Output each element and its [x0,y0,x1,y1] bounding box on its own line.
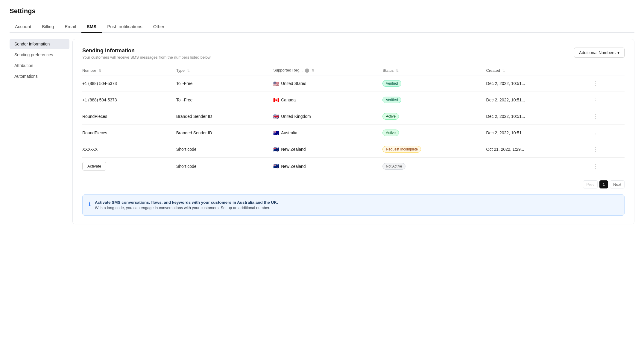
chevron-down-icon: ▾ [617,50,619,55]
cell-number: RoundPieces [82,125,176,141]
activate-button[interactable]: Activate [82,162,106,171]
more-options-button[interactable]: ⋮ [591,162,601,170]
status-badge: Verified [382,97,401,103]
info-banner-text: Activate SMS conversations, flows, and k… [95,200,278,210]
cell-region: 🇦🇺Australia [273,125,382,141]
info-banner: ℹ Activate SMS conversations, flows, and… [82,194,625,216]
cell-created: Dec 2, 2022, 10:51... [486,108,591,125]
cell-type: Short code [176,141,273,158]
cell-region: 🇬🇧United Kingdom [273,108,382,125]
cell-created: Oct 21, 2022, 1:29... [486,141,591,158]
cell-type: Branded Sender ID [176,108,273,125]
more-options-button[interactable]: ⋮ [591,145,601,153]
cell-status: Active [382,108,486,125]
col-status: Status ⇅ [382,66,486,75]
flag-icon: 🇳🇿 [273,163,279,169]
additional-numbers-button[interactable]: Additional Numbers ▾ [574,48,625,58]
col-created: Created ⇅ [486,66,591,75]
top-nav: Account Billing Email SMS Push notificat… [10,21,634,33]
status-badge: Active [382,113,399,120]
cell-number: XXX-XX [82,141,176,158]
flag-icon: 🇳🇿 [273,147,279,152]
current-page-button[interactable]: 1 [599,180,608,188]
nav-email[interactable]: Email [59,21,81,33]
next-page-button[interactable]: Next [610,180,625,188]
cell-status: Request Incomplete [382,141,486,158]
cell-created [486,158,591,175]
flag-icon: 🇬🇧 [273,114,279,119]
col-type: Type ⇅ [176,66,273,75]
more-options-button[interactable]: ⋮ [591,112,601,120]
info-banner-title: Activate SMS conversations, flows, and k… [95,200,278,205]
table-row: RoundPiecesBranded Sender ID🇦🇺AustraliaA… [82,125,625,141]
cell-type: Toll-Free [176,92,273,108]
info-banner-subtitle: With a long code, you can engage in conv… [95,206,278,210]
more-options-button[interactable]: ⋮ [591,80,601,87]
panel-subtitle: Your customers will receive SMS messages… [82,55,212,60]
main-panel: Sending Information Your customers will … [72,39,634,224]
cell-region: 🇳🇿New Zealand [273,158,382,175]
table-row: XXX-XXShort code🇳🇿New ZealandRequest Inc… [82,141,625,158]
sort-icon-status[interactable]: ⇅ [396,69,399,73]
col-actions [591,66,625,75]
cell-more: ⋮ [591,75,625,92]
info-banner-icon: ℹ [89,201,91,207]
cell-created: Dec 2, 2022, 10:51... [486,92,591,108]
table-row: +1 (888) 504-5373Toll-Free🇨🇦CanadaVerifi… [82,92,625,108]
more-options-button[interactable]: ⋮ [591,96,601,104]
cell-more: ⋮ [591,141,625,158]
table-row: RoundPiecesBranded Sender ID🇬🇧United Kin… [82,108,625,125]
panel-header-text: Sending Information Your customers will … [82,48,212,60]
cell-number: RoundPieces [82,108,176,125]
cell-more: ⋮ [591,92,625,108]
pagination: Prev 1 Next [82,180,625,188]
flag-icon: 🇺🇸 [273,81,279,86]
cell-region: 🇨🇦Canada [273,92,382,108]
cell-created: Dec 2, 2022, 10:51... [486,75,591,92]
prev-page-button[interactable]: Prev [583,180,598,188]
panel-header: Sending Information Your customers will … [82,48,625,60]
cell-type: Branded Sender ID [176,125,273,141]
cell-more: ⋮ [591,125,625,141]
status-badge: Not Active [382,163,405,170]
sort-icon-type[interactable]: ⇅ [187,69,190,73]
nav-push[interactable]: Push notifications [102,21,148,33]
nav-other[interactable]: Other [148,21,170,33]
cell-number: Activate [82,158,176,175]
page-title: Settings [10,7,634,15]
nav-billing[interactable]: Billing [37,21,59,33]
sidebar-item-sender-information[interactable]: Sender information [10,39,69,49]
more-options-button[interactable]: ⋮ [591,129,601,137]
panel-title: Sending Information [82,48,212,54]
sort-icon-region[interactable]: ⇅ [312,69,314,72]
sidebar-item-automations[interactable]: Automations [10,71,69,81]
cell-more: ⋮ [591,108,625,125]
status-badge: Verified [382,80,401,87]
status-badge: Active [382,130,399,136]
table-row: ActivateShort code🇳🇿New ZealandNot Activ… [82,158,625,175]
status-badge: Request Incomplete [382,146,421,153]
flag-icon: 🇨🇦 [273,97,279,103]
cell-status: Not Active [382,158,486,175]
cell-region: 🇳🇿New Zealand [273,141,382,158]
cell-created: Dec 2, 2022, 10:51... [486,125,591,141]
sort-icon-number[interactable]: ⇅ [98,69,101,73]
sidebar-item-attribution[interactable]: Attribution [10,60,69,71]
cell-status: Active [382,125,486,141]
cell-region: 🇺🇸United States [273,75,382,92]
nav-sms[interactable]: SMS [81,21,102,33]
cell-number: +1 (888) 504-5373 [82,75,176,92]
cell-status: Verified [382,92,486,108]
cell-number: +1 (888) 504-5373 [82,92,176,108]
cell-more: ⋮ [591,158,625,175]
sidebar: Sender information Sending preferences A… [10,39,69,224]
cell-type: Toll-Free [176,75,273,92]
nav-account[interactable]: Account [10,21,37,33]
col-region: Supported Reg... i ⇅ [273,66,382,75]
sms-numbers-table: Number ⇅ Type ⇅ Supported Reg... i ⇅ [82,66,625,175]
cell-status: Verified [382,75,486,92]
sort-icon-created[interactable]: ⇅ [502,69,505,73]
table-row: +1 (888) 504-5373Toll-Free🇺🇸United State… [82,75,625,92]
info-icon-region[interactable]: i [305,69,309,73]
sidebar-item-sending-preferences[interactable]: Sending preferences [10,50,69,60]
